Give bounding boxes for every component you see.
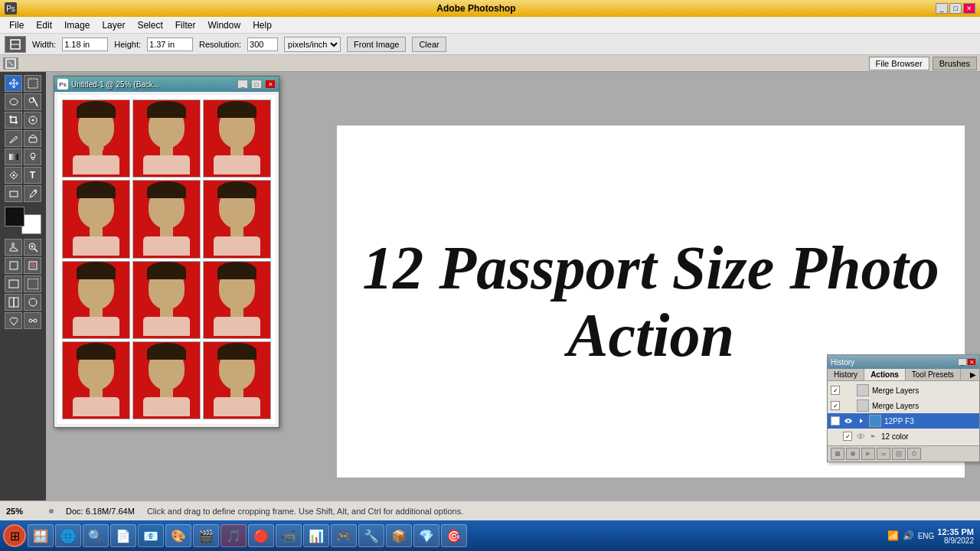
row3-eye-icon[interactable] <box>843 416 854 426</box>
magic-wand-tool[interactable] <box>24 93 41 110</box>
panel-tabs: History Actions Tool Presets ▶ <box>828 369 979 381</box>
menu-select[interactable]: Select <box>131 18 168 32</box>
tray-volume-icon[interactable]: 🔊 <box>903 530 915 542</box>
panel-row-3[interactable]: ✓ 12PP F3 <box>828 413 979 429</box>
window-controls[interactable]: _ □ ✕ <box>936 3 975 14</box>
panel-new-btn[interactable] <box>892 448 906 460</box>
row1-visibility-check[interactable]: ✓ <box>831 386 840 395</box>
marquee-tool[interactable] <box>24 75 41 92</box>
width-label: Width: <box>32 40 56 49</box>
height-input[interactable] <box>147 37 193 51</box>
panel-menu-icon[interactable]: ▶ <box>970 370 976 379</box>
shape-tool[interactable] <box>5 185 22 202</box>
minimize-button[interactable]: _ <box>936 3 948 14</box>
full-screen[interactable] <box>24 276 41 292</box>
row4-expand-arrow[interactable] <box>869 432 878 441</box>
panel-titlebar[interactable]: History _ ✕ <box>828 355 979 369</box>
taskbar-app-music[interactable]: 🎵 <box>220 524 247 547</box>
taskbar-app-rec[interactable]: 🔴 <box>248 524 274 547</box>
doc-maximize-btn[interactable]: □ <box>251 80 262 89</box>
standard-screen[interactable] <box>5 276 22 292</box>
row4-eye-icon[interactable] <box>855 431 866 442</box>
clear-button[interactable]: Clear <box>412 37 446 52</box>
taskbar-app-windows[interactable]: 🪟 <box>28 524 54 547</box>
text-tool[interactable]: T <box>24 167 41 184</box>
row3-folder-arrow[interactable] <box>857 416 866 425</box>
row2-visibility-check[interactable]: ✓ <box>831 401 840 410</box>
menu-window[interactable]: Window <box>201 18 247 32</box>
svg-rect-13 <box>10 191 18 197</box>
move-tool[interactable] <box>5 75 22 92</box>
taskbar-app-cam[interactable]: 📹 <box>276 524 302 547</box>
menu-file[interactable]: File <box>3 18 30 32</box>
extra-btn-1[interactable] <box>5 312 22 329</box>
panel-row-4[interactable]: ✓ 12 color <box>828 429 979 444</box>
front-image-button[interactable]: Front Image <box>347 37 406 52</box>
heal-tool[interactable] <box>24 112 41 129</box>
cs-btn-2[interactable] <box>24 294 41 311</box>
close-button[interactable]: ✕ <box>963 3 975 14</box>
resolution-input[interactable] <box>247 37 278 51</box>
cs-btn-1[interactable] <box>5 294 22 311</box>
panel-delete-btn[interactable] <box>907 448 921 460</box>
hand-tool[interactable] <box>5 239 22 256</box>
panel-record-btn[interactable] <box>846 448 860 460</box>
tab-brushes[interactable]: Brushes <box>933 57 977 70</box>
foreground-color-swatch[interactable] <box>5 207 24 227</box>
start-button[interactable]: ⊞ <box>3 524 26 547</box>
quick-mask-mode[interactable] <box>24 257 41 274</box>
taskbar-app-stats[interactable]: 📊 <box>303 524 329 547</box>
tab-history[interactable]: History <box>828 369 864 380</box>
panel-stop-btn[interactable] <box>831 448 844 460</box>
standard-mode[interactable] <box>5 257 22 274</box>
dodge-tool[interactable] <box>24 148 41 165</box>
eraser-tool[interactable] <box>24 130 41 147</box>
taskbar-app-tool[interactable]: 🔧 <box>358 524 384 547</box>
panel-row-2[interactable]: ✓ Merge Layers <box>828 398 979 413</box>
tab-actions[interactable]: Actions <box>864 369 906 380</box>
menu-edit[interactable]: Edit <box>30 18 58 32</box>
doc-titlebar[interactable]: Ps Untitled-1 @ 25% (Back... _ □ ✕ <box>54 77 279 92</box>
tab-tool-presets[interactable]: Tool Presets <box>906 369 961 380</box>
pen-tool[interactable] <box>5 167 22 184</box>
panel-minimize-btn[interactable]: _ <box>958 358 967 366</box>
taskbar-app-video[interactable]: 🎬 <box>193 524 219 547</box>
row4-visibility-check[interactable]: ✓ <box>843 432 852 441</box>
panel-close-btn[interactable]: ✕ <box>967 358 976 366</box>
width-input[interactable] <box>62 37 108 51</box>
panel-play-btn[interactable] <box>861 448 875 460</box>
resolution-unit-select[interactable]: pixels/inch pixels/cm <box>284 37 341 52</box>
lasso-tool[interactable] <box>5 93 22 110</box>
row1-eye-icon[interactable] <box>843 385 854 396</box>
tray-network-icon[interactable]: 📶 <box>887 530 900 542</box>
brush-tool[interactable] <box>5 130 22 147</box>
taskbar-app-game[interactable]: 🎮 <box>331 524 357 547</box>
menu-image[interactable]: Image <box>58 18 96 32</box>
taskbar-app-word[interactable]: 📄 <box>110 524 136 547</box>
taskbar-app-ie[interactable]: 🌐 <box>55 524 81 547</box>
extra-btn-2[interactable] <box>24 312 41 329</box>
gradient-tool[interactable] <box>5 148 22 165</box>
menu-help[interactable]: Help <box>247 18 278 32</box>
maximize-button[interactable]: □ <box>949 3 962 14</box>
doc-close-btn[interactable]: ✕ <box>265 80 276 89</box>
system-clock[interactable]: 12:35 PM 8/9/2022 <box>937 527 974 545</box>
taskbar-app-target[interactable]: 🎯 <box>441 524 467 547</box>
taskbar-app-ps[interactable]: 🎨 <box>165 524 191 547</box>
panel-action-btn[interactable] <box>877 448 890 460</box>
row2-eye-icon[interactable] <box>843 400 854 411</box>
zoom-tool[interactable] <box>24 239 41 256</box>
doc-minimize-btn[interactable]: _ <box>237 80 248 89</box>
menu-layer[interactable]: Layer <box>96 18 131 32</box>
foreground-background-colors[interactable] <box>5 207 41 234</box>
taskbar-app-email[interactable]: 📧 <box>138 524 164 547</box>
taskbar-app-pkg[interactable]: 📦 <box>386 524 412 547</box>
panel-row-1[interactable]: ✓ Merge Layers <box>828 383 979 398</box>
menu-filter[interactable]: Filter <box>169 18 202 32</box>
tab-file-browser[interactable]: File Browser <box>869 57 929 70</box>
row3-visibility-check[interactable]: ✓ <box>831 416 840 425</box>
taskbar-app-chrome[interactable]: 🔍 <box>83 524 109 547</box>
eyedropper-tool[interactable] <box>24 185 41 202</box>
taskbar-app-gem[interactable]: 💎 <box>413 524 439 547</box>
crop-tool[interactable] <box>5 112 22 129</box>
